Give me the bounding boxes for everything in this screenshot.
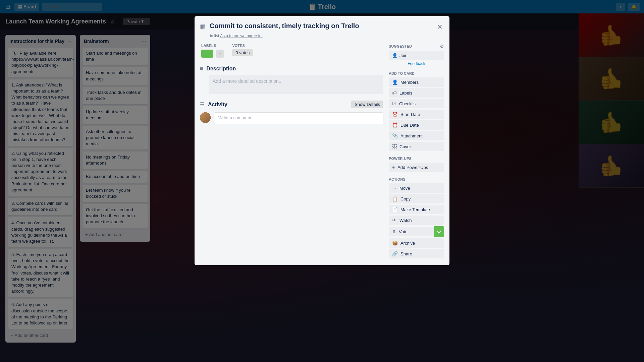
description-header: ≡ Description <box>200 66 383 72</box>
votes-section: VOTES 3 votes <box>232 44 253 59</box>
modal-title: Commit to consistent, timely tracking on… <box>210 21 432 30</box>
feedback-link[interactable]: Feedback <box>389 61 444 66</box>
card-modal: ▦ Commit to consistent, timely tracking … <box>195 16 449 265</box>
card-icon: ▦ <box>200 23 206 30</box>
members-button[interactable]: 👤 Members <box>389 77 444 87</box>
modal-meta-row: LABELS + VOTES 3 votes <box>200 44 383 59</box>
template-icon: 📄 <box>392 207 398 212</box>
vote-check-button[interactable] <box>434 226 444 237</box>
watch-button[interactable]: 👁 Watch <box>389 216 444 225</box>
comment-input[interactable]: Write a comment... <box>214 112 383 124</box>
labels-button[interactable]: 🏷 Labels <box>389 88 444 98</box>
modal-sidebar: SUGGESTED ⚙ 👤 Join Feedback ADD TO CARD … <box>389 44 444 260</box>
due-date-icon: ⏰ <box>392 122 398 128</box>
modal-body: LABELS + VOTES 3 votes ≡ Description Add… <box>200 44 444 260</box>
join-button[interactable]: 👤 Join <box>389 51 444 60</box>
archive-button[interactable]: 📦 Archive <box>389 238 444 248</box>
share-button[interactable]: 🔗 Share <box>389 249 444 258</box>
modal-overlay[interactable]: ▦ Commit to consistent, timely tracking … <box>0 0 644 362</box>
avatar-image <box>200 112 211 123</box>
attachment-button[interactable]: 📎 Attachment <box>389 131 444 140</box>
green-label[interactable] <box>201 50 213 58</box>
copy-button[interactable]: 📋 Copy <box>389 194 444 203</box>
activity-left: ☰ Activity <box>200 101 227 108</box>
members-icon: 👤 <box>392 79 398 85</box>
modal-list-info: in list As a team, we agree to: <box>200 34 444 38</box>
cover-button[interactable]: 🖼 Cover <box>389 142 444 151</box>
join-icon: 👤 <box>392 53 397 58</box>
cover-icon: 🖼 <box>392 144 397 149</box>
labels-section: LABELS + <box>201 44 224 59</box>
description-title: Description <box>206 66 236 72</box>
move-button[interactable]: → Move <box>389 183 444 193</box>
activity-icon: ☰ <box>200 101 205 108</box>
watch-icon: 👁 <box>392 218 397 223</box>
avatar <box>200 112 211 123</box>
start-date-icon: ⏰ <box>392 112 398 117</box>
plus-power-icon: + <box>392 165 395 170</box>
votes-count[interactable]: 3 votes <box>232 49 253 56</box>
activity-title: Activity <box>208 102 227 108</box>
modal-header: ▦ Commit to consistent, timely tracking … <box>200 21 444 32</box>
description-icon: ≡ <box>200 66 203 72</box>
add-to-card-section-title: ADD TO CARD <box>389 71 444 75</box>
power-ups-section-title: POWER-UPS <box>389 157 444 161</box>
show-details-button[interactable]: Show Details <box>351 101 383 108</box>
suggested-header: SUGGESTED ⚙ <box>389 44 444 49</box>
labels-icon: 🏷 <box>392 90 397 96</box>
modal-close-button[interactable]: ✕ <box>436 21 444 32</box>
activity-section: ☰ Activity Show Details Write a comment.… <box>200 101 383 124</box>
modal-main: LABELS + VOTES 3 votes ≡ Description Add… <box>200 44 383 260</box>
activity-header: ☰ Activity Show Details <box>200 101 383 108</box>
description-input[interactable]: Add a more detailed description... <box>209 75 383 94</box>
due-date-button[interactable]: ⏰ Due Date <box>389 120 444 130</box>
archive-icon: 📦 <box>392 240 398 246</box>
actions-section-title: ACTIONS <box>389 177 444 181</box>
gear-icon[interactable]: ⚙ <box>440 44 444 49</box>
vote-button[interactable]: ⬆ Vote <box>389 227 434 236</box>
list-link[interactable]: As a team, we agree to: <box>220 34 263 38</box>
checklist-button[interactable]: ☑ Checklist <box>389 99 444 108</box>
copy-icon: 📋 <box>392 196 398 201</box>
share-icon: 🔗 <box>392 251 398 256</box>
checklist-icon: ☑ <box>392 101 396 106</box>
comment-row: Write a comment... <box>200 112 383 124</box>
start-date-button[interactable]: ⏰ Start Date <box>389 110 444 119</box>
add-label-button[interactable]: + <box>216 50 224 58</box>
add-power-ups-button[interactable]: + Add Power-Ups <box>389 163 444 172</box>
attachment-icon: 📎 <box>392 133 398 138</box>
move-icon: → <box>392 185 397 191</box>
vote-row: ⬆ Vote <box>389 226 444 237</box>
make-template-button[interactable]: 📄 Make Template <box>389 205 444 214</box>
vote-icon: ⬆ <box>392 229 396 234</box>
